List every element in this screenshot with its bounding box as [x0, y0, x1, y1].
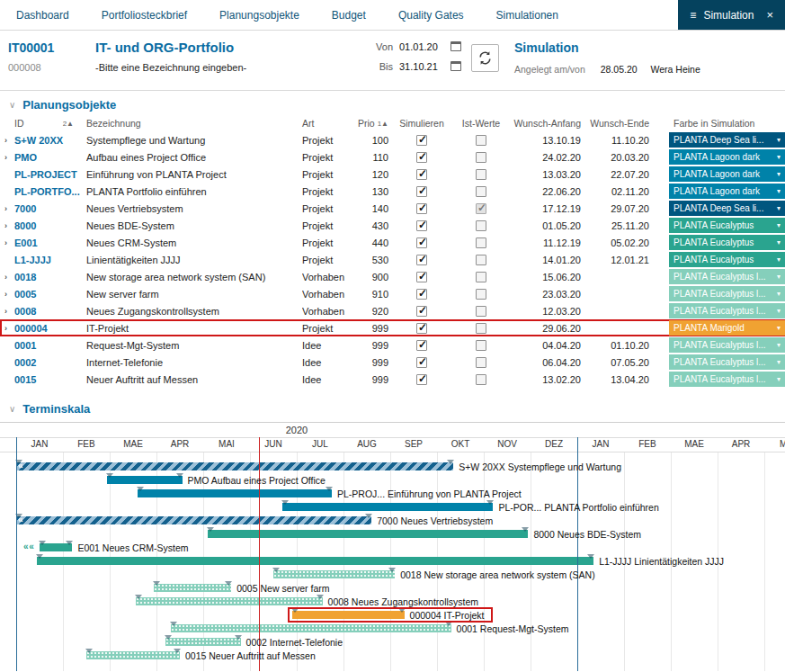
- tab-planungsobjekte[interactable]: Planungsobjekte: [203, 0, 316, 30]
- expand-arrow-icon[interactable]: ›: [0, 238, 14, 247]
- color-select[interactable]: PLANTA Lagoon dark▾: [669, 184, 785, 199]
- cell-id[interactable]: 000004: [14, 323, 86, 334]
- col-wunsch-ende[interactable]: Wunsch-Ende: [581, 118, 649, 129]
- expand-arrow-icon[interactable]: ›: [0, 307, 14, 316]
- cell-id[interactable]: PL-PORTFO...: [14, 186, 86, 197]
- tab-simulation[interactable]: ≡Simulation×: [678, 0, 785, 30]
- color-select[interactable]: PLANTA Eucalyptus▾: [669, 252, 785, 267]
- section-header-planungsobjekte[interactable]: ∨ Planungsobjekte: [0, 91, 785, 115]
- tab-simulationen[interactable]: Simulationen: [480, 0, 575, 30]
- cell-id[interactable]: L1-JJJJ: [14, 255, 86, 265]
- simulieren-checkbox[interactable]: [416, 357, 427, 368]
- simulieren-checkbox[interactable]: [416, 169, 427, 180]
- ist-werte-checkbox[interactable]: [476, 203, 486, 214]
- cell-id[interactable]: 0001: [14, 340, 86, 351]
- gantt-bar-l1-jjjj[interactable]: [37, 557, 593, 565]
- simulieren-checkbox[interactable]: [416, 289, 427, 300]
- simulieren-checkbox[interactable]: [416, 340, 427, 351]
- expand-arrow-icon[interactable]: ›: [0, 290, 14, 299]
- gantt-bar-pmo[interactable]: [107, 476, 182, 484]
- col-farbe[interactable]: Farbe in Simulation: [669, 118, 785, 129]
- gantt-bar-pl-portfolio[interactable]: [282, 503, 493, 511]
- col-wunsch-anfang[interactable]: Wunsch-Anfang: [509, 118, 581, 129]
- color-select[interactable]: PLANTA Marigold▾: [669, 320, 785, 336]
- simulieren-checkbox[interactable]: [416, 220, 427, 231]
- ist-werte-checkbox[interactable]: [476, 289, 486, 300]
- bis-date-field[interactable]: 31.10.21: [399, 61, 444, 72]
- gantt-bar-0001[interactable]: [171, 624, 451, 632]
- color-select[interactable]: PLANTA Eucalyptus l...▾: [669, 372, 785, 387]
- expand-arrow-icon[interactable]: ›: [0, 153, 14, 162]
- simulieren-checkbox[interactable]: [416, 203, 427, 214]
- col-art[interactable]: Art: [302, 118, 354, 129]
- cell-id[interactable]: PL-PROJECT: [14, 169, 86, 180]
- gantt-bar-0018[interactable]: [273, 570, 395, 578]
- cell-id[interactable]: 0002: [14, 357, 86, 368]
- color-select[interactable]: PLANTA Eucalyptus▾: [669, 218, 785, 233]
- ist-werte-checkbox[interactable]: [476, 186, 486, 197]
- expand-arrow-icon[interactable]: ›: [0, 136, 14, 145]
- color-select[interactable]: PLANTA Eucalyptus l...▾: [669, 303, 785, 318]
- expand-arrow-icon[interactable]: ›: [0, 204, 14, 213]
- calendar-icon[interactable]: [450, 61, 461, 71]
- cell-id[interactable]: 0005: [14, 289, 86, 300]
- col-simulieren[interactable]: Simulieren: [390, 118, 453, 129]
- von-date-field[interactable]: 01.01.20: [399, 41, 444, 52]
- gantt-bar-s-w-20xx[interactable]: [16, 462, 453, 470]
- ist-werte-checkbox[interactable]: [476, 169, 486, 180]
- color-select[interactable]: PLANTA Eucalyptus l...▾: [669, 286, 785, 301]
- cell-id[interactable]: 7000: [14, 203, 86, 214]
- cell-id[interactable]: 0018: [14, 272, 86, 282]
- refresh-button[interactable]: [471, 44, 499, 72]
- simulieren-checkbox[interactable]: [416, 152, 427, 163]
- ist-werte-checkbox[interactable]: [476, 306, 486, 317]
- color-select[interactable]: PLANTA Deep Sea li...▾: [669, 201, 785, 216]
- simulieren-checkbox[interactable]: [416, 323, 427, 334]
- gantt-bar-0005[interactable]: [154, 584, 231, 592]
- cell-id[interactable]: S+W 20XX: [14, 135, 86, 146]
- gantt-bar-7000[interactable]: [16, 516, 371, 524]
- expand-arrow-icon[interactable]: ›: [0, 221, 14, 230]
- tab-portfoliosteckbrief[interactable]: Portfoliosteckbrief: [85, 0, 203, 30]
- ist-werte-checkbox[interactable]: [476, 152, 486, 163]
- color-select[interactable]: PLANTA Deep Sea li...▾: [669, 132, 785, 148]
- ist-werte-checkbox[interactable]: [476, 272, 486, 282]
- cell-id[interactable]: PMO: [14, 152, 86, 163]
- simulieren-checkbox[interactable]: [416, 272, 427, 282]
- tab-budget[interactable]: Budget: [316, 0, 382, 30]
- expand-arrow-icon[interactable]: ›: [0, 324, 14, 333]
- cell-id[interactable]: 8000: [14, 220, 86, 231]
- section-header-terminskala[interactable]: ∨ Terminskala: [0, 388, 785, 419]
- color-select[interactable]: PLANTA Eucalyptus l...▾: [669, 269, 785, 284]
- cell-id[interactable]: 0015: [14, 374, 86, 385]
- gantt-bar-0008[interactable]: [136, 597, 323, 605]
- simulieren-checkbox[interactable]: [416, 255, 427, 265]
- ist-werte-checkbox[interactable]: [476, 237, 486, 248]
- col-ist-werte[interactable]: Ist-Werte: [453, 118, 509, 129]
- col-id[interactable]: ID: [14, 118, 24, 129]
- ist-werte-checkbox[interactable]: [476, 357, 486, 368]
- cell-id[interactable]: E001: [14, 237, 86, 248]
- color-select[interactable]: PLANTA Eucalyptus l...▾: [669, 337, 785, 353]
- ist-werte-checkbox[interactable]: [476, 323, 486, 334]
- color-select[interactable]: PLANTA Eucalyptus l...▾: [669, 354, 785, 370]
- ist-werte-checkbox[interactable]: [476, 340, 486, 351]
- ist-werte-checkbox[interactable]: [476, 135, 486, 146]
- gantt-bar-0002[interactable]: [165, 638, 240, 646]
- simulieren-checkbox[interactable]: [416, 237, 427, 248]
- gantt-bar-8000[interactable]: [208, 530, 528, 538]
- calendar-icon[interactable]: [450, 41, 461, 51]
- gantt-bar-pl-project[interactable]: [138, 489, 332, 497]
- tab-quality-gates[interactable]: Quality Gates: [382, 0, 480, 30]
- ist-werte-checkbox[interactable]: [476, 255, 486, 265]
- gantt-bar-0015[interactable]: [86, 651, 180, 659]
- simulieren-checkbox[interactable]: [416, 135, 427, 146]
- cell-id[interactable]: 0008: [14, 306, 86, 317]
- col-bezeichnung[interactable]: Bezeichnung: [86, 118, 302, 129]
- page-subtitle[interactable]: -Bitte eine Bezeichnung eingeben-: [95, 62, 246, 73]
- color-select[interactable]: PLANTA Lagoon dark▾: [669, 149, 785, 165]
- color-select[interactable]: PLANTA Lagoon dark▾: [669, 166, 785, 182]
- tab-dashboard[interactable]: Dashboard: [0, 0, 85, 30]
- ist-werte-checkbox[interactable]: [476, 374, 486, 385]
- color-select[interactable]: PLANTA Eucalyptus▾: [669, 235, 785, 250]
